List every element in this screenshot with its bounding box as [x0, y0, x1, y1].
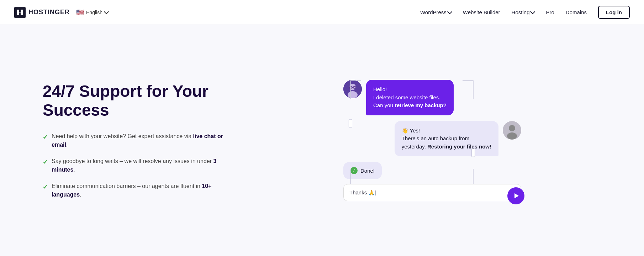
- done-row: ✓ Done!: [343, 162, 521, 179]
- nav-pro[interactable]: Pro: [546, 9, 554, 15]
- check-icon-1: ✔: [43, 132, 48, 142]
- user-bubble: Hello! I deleted some website files. Can…: [366, 80, 454, 115]
- agent-bubble: 👋 Yes! There's an auto backup from yeste…: [395, 121, 498, 157]
- agent-message: 👋 Yes! There's an auto backup from yeste…: [343, 121, 521, 157]
- nav-items: WordPress Website Builder Hosting Pro Do…: [108, 6, 630, 19]
- nav-wordpress[interactable]: WordPress: [420, 9, 452, 15]
- feature-text-1: Need help with your website? Get expert …: [52, 132, 228, 149]
- chat-widget: Hello! I deleted some website files. Can…: [343, 80, 521, 201]
- feature-text-3: Eliminate communication barriers – our a…: [52, 182, 228, 199]
- feature-item-3: ✔ Eliminate communication barriers – our…: [43, 182, 228, 199]
- check-icon-3: ✔: [43, 182, 48, 192]
- language-label: English: [86, 10, 102, 15]
- nav-website-builder[interactable]: Website Builder: [463, 9, 500, 15]
- agent-bubble-text: 👋 Yes! There's an auto backup from yeste…: [402, 127, 491, 150]
- hosting-chevron-icon: [530, 9, 535, 14]
- feature-item-2: ✔ Say goodbye to long waits – we will re…: [43, 157, 228, 174]
- flag-icon: 🇺🇸: [76, 9, 84, 16]
- left-panel: 24/7 Support for Your Success ✔ Need hel…: [43, 82, 228, 199]
- check-icon-2: ✔: [43, 157, 48, 167]
- chat-messages: Hello! I deleted some website files. Can…: [343, 80, 521, 179]
- user-avatar: [343, 80, 362, 98]
- done-check-icon: ✓: [350, 167, 358, 174]
- lang-chevron-icon: [105, 11, 108, 14]
- user-bubble-text: Hello! I deleted some website files. Can…: [373, 86, 447, 108]
- chat-input-bar: Thanks 🙏|: [343, 184, 521, 201]
- main-content: 24/7 Support for Your Success ✔ Need hel…: [0, 25, 644, 256]
- feature-text-2: Say goodbye to long waits – we will reso…: [52, 157, 228, 174]
- login-button[interactable]: Log in: [598, 6, 630, 19]
- feature-item-1: ✔ Need help with your website? Get exper…: [43, 132, 228, 149]
- svg-point-4: [349, 84, 356, 90]
- nav-hosting[interactable]: Hosting: [512, 9, 535, 15]
- done-bubble: ✓ Done!: [343, 162, 382, 179]
- chat-input-text[interactable]: Thanks 🙏|: [349, 189, 515, 196]
- headline: 24/7 Support for Your Success: [43, 82, 228, 120]
- nav-domains[interactable]: Domains: [566, 9, 587, 15]
- send-button[interactable]: [507, 187, 524, 204]
- navbar: HOSTINGER 🇺🇸 English WordPress Website B…: [0, 0, 644, 25]
- user-message: Hello! I deleted some website files. Can…: [343, 80, 521, 115]
- features-list: ✔ Need help with your website? Get exper…: [43, 132, 228, 199]
- wordpress-chevron-icon: [447, 9, 452, 14]
- logo[interactable]: HOSTINGER: [14, 7, 70, 18]
- svg-point-10: [509, 125, 515, 131]
- right-panel: Hello! I deleted some website files. Can…: [249, 80, 616, 201]
- language-selector[interactable]: 🇺🇸 English: [76, 9, 108, 16]
- agent-avatar: [503, 121, 521, 140]
- send-arrow-icon: [514, 193, 519, 198]
- svg-point-11: [507, 132, 517, 140]
- done-text: Done!: [360, 168, 375, 174]
- svg-point-5: [348, 91, 358, 98]
